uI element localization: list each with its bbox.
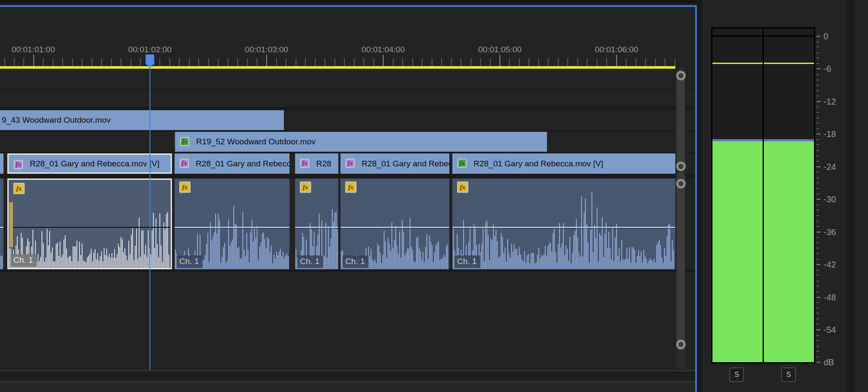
playhead-line[interactable] [149, 66, 150, 370]
ruler-timecode-label: 00:01:03:00 [245, 45, 288, 54]
volume-keyframe-line[interactable] [340, 227, 449, 228]
ruler-tick [519, 58, 520, 66]
volume-keyframe-line[interactable] [0, 227, 3, 228]
premiere-timeline-and-meters: 00:01:01:0000:01:02:0000:01:03:0000:01:0… [0, 0, 868, 392]
meter-scale-tick [817, 329, 820, 330]
meter-scale-minor-tick [817, 41, 819, 42]
video-clip[interactable]: fxR19_52 Woodward Outdoor.mov [175, 132, 547, 152]
ruler-tick [471, 58, 471, 66]
scrollbar-thumb[interactable] [677, 70, 685, 169]
ruler-timecode-label: 00:01:02:00 [128, 45, 172, 54]
fx-badge-green[interactable]: fx [458, 159, 467, 168]
meter-scale-minor-tick [817, 242, 819, 243]
audio-clip[interactable]: fxCh. 1 [452, 178, 675, 269]
ruler-tick [441, 58, 442, 66]
audio-clip[interactable]: fxCh. 1 [340, 178, 449, 269]
volume-keyframe-line[interactable] [452, 227, 675, 228]
meter-scale-label: -6 [823, 64, 831, 74]
ruler-tick [597, 58, 598, 66]
meter-scale-minor-tick [817, 194, 819, 194]
fx-badge-yellow[interactable]: fx [13, 183, 25, 194]
audio-clip[interactable]: fxCh. 1 [7, 178, 172, 269]
solo-button[interactable]: S [729, 367, 744, 382]
meter-scale-minor-tick [817, 188, 819, 189]
meter-scale-minor-tick [817, 47, 819, 48]
ruler-tick [296, 58, 296, 66]
fx-badge-green[interactable]: fx [180, 137, 189, 146]
ruler-tick [101, 58, 102, 66]
video-clip[interactable]: fxR28_01 Gary and Rebecca.mov [V] [7, 153, 172, 174]
ruler-tick [4, 58, 5, 66]
horizontal-scrollbar-area[interactable] [0, 371, 695, 381]
meter-scale-minor-tick [817, 177, 819, 178]
meter-scale-label: -54 [823, 325, 836, 335]
scrollbar-zoom-handle[interactable] [676, 179, 686, 188]
ruler-tick [53, 58, 54, 66]
scrollbar-zoom-handle[interactable] [676, 340, 686, 349]
video-clip[interactable] [0, 153, 3, 174]
audio-clip[interactable]: fxCh. 1 [175, 178, 289, 269]
meter-scale-minor-tick [817, 313, 819, 314]
fx-badge-yellow[interactable]: fx [300, 182, 311, 193]
meter-scale-tick [817, 297, 820, 298]
ruler-tick [218, 58, 219, 66]
volume-keyframe-line[interactable] [9, 227, 171, 228]
fx-badge-purple[interactable]: fx [300, 159, 309, 168]
vertical-scrollbar-track[interactable] [676, 67, 685, 370]
track-gap [0, 269, 695, 272]
ruler-tick [432, 58, 432, 66]
meter-scale-minor-tick [817, 52, 819, 53]
meter-scale-tick [817, 264, 820, 265]
volume-keyframe-line[interactable] [295, 227, 338, 228]
scrollbar-thumb[interactable] [677, 172, 685, 351]
ruler-tick [121, 58, 121, 66]
timeline-ruler[interactable]: 00:01:01:0000:01:02:0000:01:03:0000:01:0… [0, 7, 695, 69]
solo-button[interactable]: S [781, 367, 796, 382]
video-clip[interactable]: 9_43 Woodward Outdoor.mov [0, 110, 284, 130]
video-clip-label: R28_01 Gary and Rebec [362, 159, 449, 169]
playhead-handle[interactable] [146, 54, 154, 65]
ruler-tick [334, 58, 335, 66]
video-clip[interactable]: fxR28 [295, 153, 338, 174]
fx-badge-yellow[interactable]: fx [179, 182, 191, 193]
ruler-tick [655, 58, 656, 66]
ruler-tick [383, 55, 384, 66]
video-clip-label: 9_43 Woodward Outdoor.mov [2, 115, 111, 125]
scrollbar-zoom-handle[interactable] [676, 71, 686, 80]
meter-scale-minor-tick [817, 204, 819, 205]
video-clip[interactable]: fxR28_01 Gary and Rebec [340, 153, 449, 174]
ruler-tick [266, 55, 267, 66]
ruler-tick [509, 58, 510, 66]
audio-channel-label: Ch. 1 [455, 255, 480, 268]
audio-clip[interactable]: fxCh. 1 [295, 178, 338, 269]
ruler-timecode-label: 00:01:04:00 [362, 45, 405, 54]
ruler-tick [33, 55, 34, 66]
meter-scale-minor-tick [817, 96, 819, 96]
fx-badge-yellow[interactable]: fx [345, 182, 356, 193]
video-clip[interactable]: fxR28_01 Gary and Rebecca.mov [V] [452, 153, 675, 174]
fx-badge-yellow[interactable]: fx [457, 182, 468, 193]
ruler-tick [373, 58, 374, 66]
scrollbar-zoom-handle[interactable] [676, 162, 686, 171]
audio-clip[interactable] [0, 178, 3, 269]
meter-scale-minor-tick [817, 150, 819, 151]
meter-scale-minor-tick [817, 335, 819, 336]
volume-keyframe-line[interactable] [175, 227, 289, 228]
fx-badge-purple[interactable]: fx [180, 159, 189, 168]
ruler-tick [354, 58, 355, 66]
fx-badge-purple[interactable]: fx [346, 159, 355, 168]
meter-scale-minor-tick [817, 275, 819, 276]
meter-scale-minor-tick [817, 286, 819, 287]
audio-channel-label: Ch. 1 [177, 255, 203, 268]
video-clip[interactable]: fxR28_01 Gary and Rebecc [175, 153, 289, 174]
track-gap [0, 174, 695, 178]
work-area-bar[interactable] [0, 66, 675, 69]
ruler-tick [140, 58, 141, 66]
meter-scale-minor-tick [817, 57, 819, 58]
audio-fade-handle-bar[interactable] [9, 201, 13, 249]
ruler-tick [169, 58, 170, 66]
track-gap [0, 107, 695, 110]
ruler-tick [645, 58, 646, 66]
fx-badge-purple[interactable]: fx [14, 160, 23, 169]
audio-channel-label: Ch. 1 [343, 255, 369, 268]
